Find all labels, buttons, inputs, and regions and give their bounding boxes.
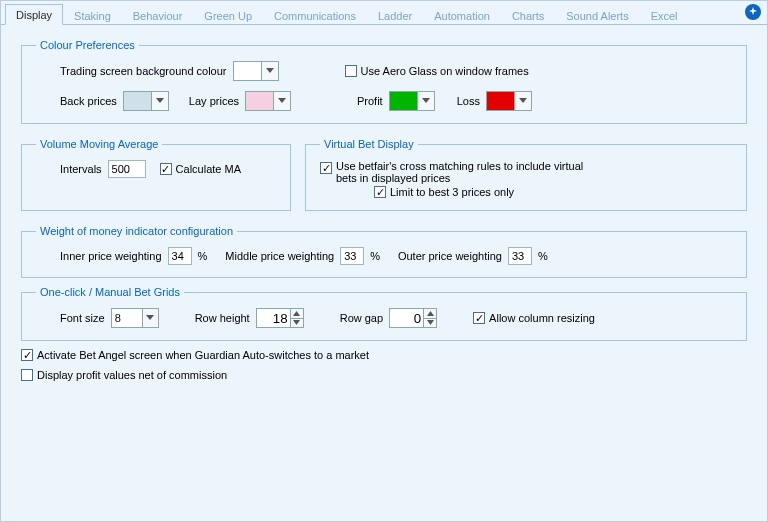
vbd-limit3-label: Limit to best 3 prices only: [390, 186, 514, 198]
checkbox-box: [21, 369, 33, 381]
net-commission-checkbox[interactable]: Display profit values net of commission: [21, 369, 227, 381]
tab-bar: Display Staking Behaviour Green Up Commu…: [1, 1, 767, 25]
pct-label: %: [198, 250, 208, 262]
loss-colour-picker[interactable]: [486, 91, 532, 111]
settings-window: Display Staking Behaviour Green Up Commu…: [0, 0, 768, 522]
group-legend: Colour Preferences: [36, 39, 139, 51]
pin-icon: [748, 7, 758, 17]
checkbox-box: [345, 65, 357, 77]
grids-group: One-click / Manual Bet Grids Font size R…: [21, 286, 747, 341]
checkbox-box: [374, 186, 386, 198]
group-legend: One-click / Manual Bet Grids: [36, 286, 184, 298]
tab-automation[interactable]: Automation: [423, 5, 501, 25]
row-gap-value[interactable]: [389, 308, 423, 328]
font-size-select[interactable]: [111, 308, 159, 328]
profit-swatch: [390, 92, 418, 110]
group-legend: Weight of money indicator configuration: [36, 225, 237, 237]
aero-glass-label: Use Aero Glass on window frames: [361, 65, 529, 77]
pin-button[interactable]: [745, 4, 761, 20]
tab-communications[interactable]: Communications: [263, 5, 367, 25]
net-commission-label: Display profit values net of commission: [37, 369, 227, 381]
tab-soundalerts[interactable]: Sound Alerts: [555, 5, 639, 25]
tab-display[interactable]: Display: [5, 4, 63, 25]
calculate-ma-label: Calculate MA: [176, 163, 241, 175]
back-prices-colour-picker[interactable]: [123, 91, 169, 111]
row-gap-spinner[interactable]: [389, 308, 437, 328]
spinner-down[interactable]: [424, 319, 436, 328]
back-prices-swatch: [124, 92, 152, 110]
group-legend: Volume Moving Average: [36, 138, 162, 150]
vbd-crossmatch-label: Use betfair's cross matching rules to in…: [336, 160, 586, 184]
tab-excel[interactable]: Excel: [640, 5, 689, 25]
pct-label: %: [370, 250, 380, 262]
calculate-ma-checkbox[interactable]: Calculate MA: [160, 163, 241, 175]
font-size-label: Font size: [60, 312, 105, 324]
lay-prices-swatch: [246, 92, 274, 110]
font-size-value[interactable]: [112, 309, 142, 327]
wom-middle-label: Middle price weighting: [225, 250, 334, 262]
allow-resize-checkbox[interactable]: Allow column resizing: [473, 312, 595, 324]
checkbox-box: [320, 162, 332, 174]
spinner-up[interactable]: [291, 309, 303, 319]
wom-inner-input[interactable]: [168, 247, 192, 265]
checkbox-box: [21, 349, 33, 361]
checkbox-box: [473, 312, 485, 324]
tab-staking[interactable]: Staking: [63, 5, 122, 25]
tab-ladder[interactable]: Ladder: [367, 5, 423, 25]
tab-content: Colour Preferences Trading screen backgr…: [1, 25, 767, 393]
wom-inner-label: Inner price weighting: [60, 250, 162, 262]
row-height-label: Row height: [195, 312, 250, 324]
vma-group: Volume Moving Average Intervals Calculat…: [21, 138, 291, 211]
back-prices-label: Back prices: [60, 95, 117, 107]
colour-preferences-group: Colour Preferences Trading screen backgr…: [21, 39, 747, 124]
loss-swatch: [487, 92, 515, 110]
chevron-down-icon: [152, 92, 168, 110]
wom-middle-input[interactable]: [340, 247, 364, 265]
spinner-down[interactable]: [291, 319, 303, 328]
pct-label: %: [538, 250, 548, 262]
chevron-down-icon: [142, 309, 158, 327]
wom-outer-input[interactable]: [508, 247, 532, 265]
bg-colour-picker[interactable]: [233, 61, 279, 81]
chevron-down-icon: [515, 92, 531, 110]
intervals-label: Intervals: [60, 163, 102, 175]
row-height-spinner[interactable]: [256, 308, 304, 328]
group-legend: Virtual Bet Display: [320, 138, 418, 150]
tab-greenup[interactable]: Green Up: [193, 5, 263, 25]
vbd-crossmatch-checkbox[interactable]: Use betfair's cross matching rules to in…: [320, 160, 586, 184]
row-gap-label: Row gap: [340, 312, 383, 324]
activate-betangel-label: Activate Bet Angel screen when Guardian …: [37, 349, 369, 361]
checkbox-box: [160, 163, 172, 175]
chevron-down-icon: [274, 92, 290, 110]
tab-charts[interactable]: Charts: [501, 5, 555, 25]
row-height-value[interactable]: [256, 308, 290, 328]
bg-colour-label: Trading screen background colour: [60, 65, 227, 77]
profit-label: Profit: [357, 95, 383, 107]
aero-glass-checkbox[interactable]: Use Aero Glass on window frames: [345, 65, 529, 77]
wom-group: Weight of money indicator configuration …: [21, 225, 747, 278]
activate-betangel-checkbox[interactable]: Activate Bet Angel screen when Guardian …: [21, 349, 369, 361]
profit-colour-picker[interactable]: [389, 91, 435, 111]
lay-prices-colour-picker[interactable]: [245, 91, 291, 111]
lay-prices-label: Lay prices: [189, 95, 239, 107]
bg-colour-swatch: [234, 62, 262, 80]
chevron-down-icon: [262, 62, 278, 80]
loss-label: Loss: [457, 95, 480, 107]
chevron-down-icon: [418, 92, 434, 110]
allow-resize-label: Allow column resizing: [489, 312, 595, 324]
virtual-bet-display-group: Virtual Bet Display Use betfair's cross …: [305, 138, 747, 211]
tab-behaviour[interactable]: Behaviour: [122, 5, 194, 25]
vbd-limit3-checkbox[interactable]: Limit to best 3 prices only: [374, 186, 514, 198]
wom-outer-label: Outer price weighting: [398, 250, 502, 262]
spinner-up[interactable]: [424, 309, 436, 319]
intervals-input[interactable]: [108, 160, 146, 178]
